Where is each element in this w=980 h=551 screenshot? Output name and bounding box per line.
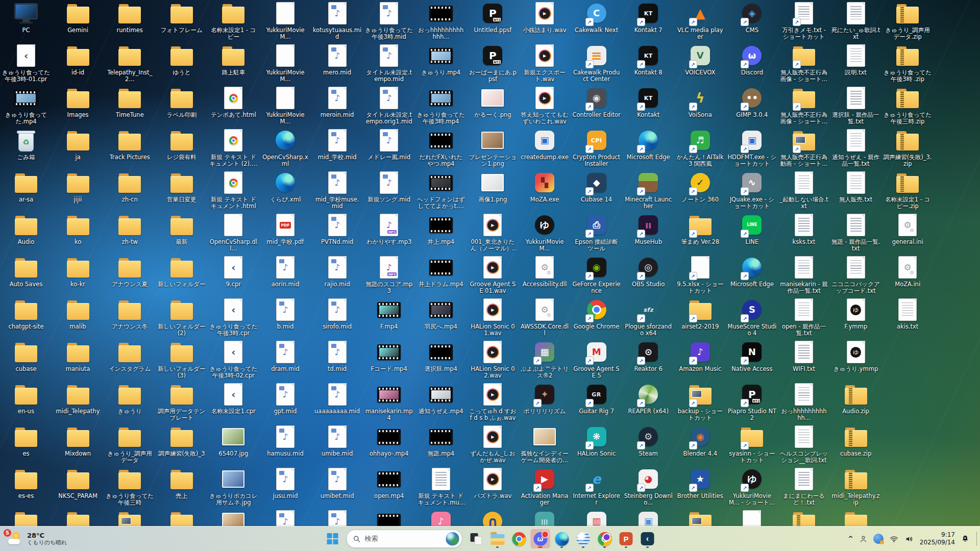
desktop-icon[interactable]: ar-sa [1, 170, 51, 203]
desktop-icon[interactable]: かるーく.png [468, 86, 518, 118]
desktop-icon[interactable]: ↗syasinn - ショートカット [727, 424, 777, 464]
desktop-icon[interactable]: きゅうり食ってた午後3時 .zip [883, 43, 933, 83]
desktop-icon[interactable]: ⚙⚙MoZA.ini [883, 255, 933, 288]
desktop-icon[interactable]: ♪rajio.mid [312, 255, 362, 288]
desktop-icon[interactable]: ksks.txt [779, 213, 829, 245]
search-box[interactable]: 検索 [347, 530, 462, 548]
desktop-icon[interactable] [208, 509, 258, 527]
desktop-icon[interactable]: ♪b.mid [260, 297, 310, 330]
desktop-icon[interactable]: 無題.mp4 [416, 424, 466, 457]
desktop-icon[interactable]: ♪td.mid [312, 340, 362, 372]
desktop-icon[interactable]: ♪sirofo.mid [312, 297, 362, 330]
desktop-icon[interactable]: PDFmid_学校.pdf [260, 213, 310, 245]
desktop-icon[interactable]: ♪mid_学校.mid [312, 128, 362, 161]
desktop-icon[interactable]: 新しいフォルダー [157, 255, 207, 288]
desktop-icon[interactable]: YukkuriMovieM... [260, 43, 310, 83]
desktop-icon[interactable]: だれだFXいれたやつ.mp4 [416, 128, 466, 167]
desktop-icon[interactable]: ニコニコバックアップコード.txt [831, 255, 881, 294]
desktop-icon[interactable]: ‹きゅうり食ってた午後3時-01.cpr [1, 43, 51, 83]
desktop-icon[interactable]: ▣ [623, 509, 673, 527]
desktop-icon[interactable]: runtimes [105, 1, 155, 34]
desktop-icon[interactable]: ↗9.5.xlsx - ショートカット [675, 255, 725, 294]
desktop-icon[interactable]: ⚙⚙AWSSDK.Core.dll [520, 297, 570, 337]
desktop-icon[interactable]: ♪新規ソング.mid [364, 170, 414, 203]
desktop-icon[interactable]: ♪↗Amazon Music [675, 340, 725, 372]
clock[interactable]: 9:17 2025/09/14 [920, 531, 955, 546]
desktop-icon[interactable]: ‹きゅうり食ってた午後3時-02.cpr [208, 340, 258, 379]
desktop-icon[interactable]: ヘルスコンプレッション__歌詞.txt [779, 424, 829, 464]
desktop-icon[interactable]: 死にたい_ゅ歌詞.txt [831, 1, 881, 40]
desktop-icon[interactable]: S↗MuseScore Studio 4 [727, 297, 777, 337]
desktop-icon[interactable]: ▶ずんだもん_しおかぜ.wav [468, 424, 518, 464]
desktop-icon[interactable]: ϟ↗VoiSona [675, 86, 725, 118]
desktop-icon[interactable]: 新しいフォルダー (2) [157, 297, 207, 337]
desktop-icon[interactable]: KT↗Kontakt [623, 86, 673, 118]
desktop-icon[interactable]: ≡↗Cakewalk Product Center [572, 43, 622, 83]
desktop-icon[interactable]: 調声練習(失敗)_3.zip [883, 128, 933, 167]
desktop-icon[interactable]: Fコード.mp4 [364, 340, 414, 372]
desktop-icon[interactable]: chatgpt-site [1, 297, 51, 330]
desktop-icon[interactable]: KT↗Kontakt 8 [623, 43, 673, 76]
desktop-icon[interactable]: ∩ [468, 509, 518, 527]
desktop-icon[interactable]: ▣↗HDDFMT.exe - ショートカット [727, 128, 777, 167]
taskbar-app-discord[interactable]: ω [530, 529, 551, 549]
desktop-icon[interactable]: es-es [1, 467, 51, 499]
desktop-icon[interactable]: WIFI.txt [779, 340, 829, 372]
desktop-icon[interactable]: ▶答え知っててもむずいわこれ.wav [520, 86, 570, 125]
desktop-icon[interactable]: 調声練習(失敗)_3 [157, 424, 207, 457]
desktop-icon[interactable]: ♪ [416, 509, 466, 527]
desktop-icon[interactable]: ∿↗JQuake.exe - ショートカット [727, 170, 777, 210]
taskbar-app-task-view[interactable] [466, 529, 486, 549]
desktop-icon[interactable]: ↗Microsoft Edge [727, 255, 777, 288]
desktop-icon[interactable]: manisekarin - 親作品一覧.txt [779, 255, 829, 294]
desktop-icon[interactable]: ↗Microsoft Edge [623, 128, 673, 161]
desktop-icon[interactable]: sfz↗Plogue sforzando x64 [623, 297, 673, 337]
desktop-icon[interactable]: ♪メドレー風.mid [364, 128, 414, 161]
desktop-icon[interactable]: きゅうり食ってた午後三時.zip [883, 86, 933, 125]
desktop-icon[interactable]: ✓↗ノートン 360 [675, 170, 725, 203]
desktop-icon[interactable]: ▥ [572, 509, 622, 527]
desktop-icon[interactable]: midi_Telepathy [53, 382, 103, 415]
desktop-icon[interactable]: おっhhhhhhhhhhh... [779, 382, 829, 421]
desktop-icon[interactable]: LINE↗LINE [727, 213, 777, 245]
desktop-icon[interactable]: ヘッドフォンはずしててよかっt.mp4 [416, 170, 466, 210]
desktop-icon[interactable]: おっhhhhhhhhhhhh... [416, 1, 466, 40]
desktop-icon[interactable]: OpenCvSharp.dll... [208, 213, 258, 252]
desktop-icon[interactable]: ‹9.cpr [208, 255, 258, 288]
desktop-icon[interactable] [831, 509, 881, 527]
desktop-icon[interactable]: ✦↗ポリリリリズム [520, 382, 570, 415]
desktop-icon[interactable]: ▶新規エクスポート.wav [520, 43, 570, 83]
tray-chevron-up-icon[interactable]: ^ [848, 535, 853, 542]
desktop-icon[interactable]: ▶こってゅh d すお f d s b ふぉ.wav [468, 382, 518, 421]
desktop-icon[interactable]: Mixdown [53, 424, 103, 457]
desktop-icon[interactable]: 調声用データテンプレート [157, 382, 207, 421]
desktop-icon[interactable]: PNT2Untitled.ppsf [468, 1, 518, 34]
desktop-icon[interactable]: ↗airset2-2019 [675, 297, 725, 330]
taskbar-app-microsoft-edge[interactable] [552, 529, 572, 549]
desktop-icon[interactable]: ゆうと [157, 43, 207, 76]
desktop-icon[interactable]: id-id [53, 43, 103, 76]
desktop-icon[interactable]: 孤独なインディーゲーム開発者の一生 ... [520, 424, 570, 464]
desktop-icon[interactable]: manisekarin.mp4 [364, 382, 414, 421]
desktop-icon[interactable]: ゆYukkuriMovieM... [520, 213, 570, 252]
desktop-icon[interactable]: ♪MP3無題のスコア.mp3 [364, 255, 414, 294]
desktop-icon[interactable]: 選択肢 - 親作品一覧.txt [831, 86, 881, 125]
desktop-icon[interactable]: ‹きゅうり食ってた午後3時.cpr [208, 297, 258, 337]
desktop-icon[interactable]: C↗Cakewalk Next [572, 1, 622, 34]
desktop-icon[interactable]: ♪mid_学校muse.mid [312, 170, 362, 210]
desktop-icon[interactable]: 新しいフォルダー (3) [157, 340, 207, 379]
taskbar-app-copilot-sphere[interactable] [573, 529, 594, 549]
desktop-icon[interactable]: CPI↗Crypton Product Installer [572, 128, 622, 167]
desktop-icon[interactable]: cubase [1, 340, 51, 372]
desktop-icon[interactable]: ↗Minecraft Launcher [623, 170, 673, 210]
desktop-icon[interactable]: ⚙↗Steam [623, 424, 673, 457]
desktop-icon[interactable]: ↗backup - ショートカット [675, 382, 725, 421]
desktop-icon[interactable]: ◉↗GeForce Experience [572, 255, 622, 294]
desktop-icon[interactable]: ◈↗CMS [727, 1, 777, 34]
desktop-icon[interactable]: プレゼンテーション1.png [468, 128, 518, 167]
desktop-icon[interactable]: ◆↗Cubase 14 [572, 170, 622, 203]
desktop-icon[interactable]: ♪ [312, 509, 362, 527]
desktop-icon[interactable]: ••↗GIMP 3.0.4 [727, 86, 777, 118]
desktop-icon[interactable]: ▶小銭詰まり.wav [520, 1, 570, 34]
desktop-icon[interactable]: ▶HALion Sonic 01.wav [468, 297, 518, 337]
